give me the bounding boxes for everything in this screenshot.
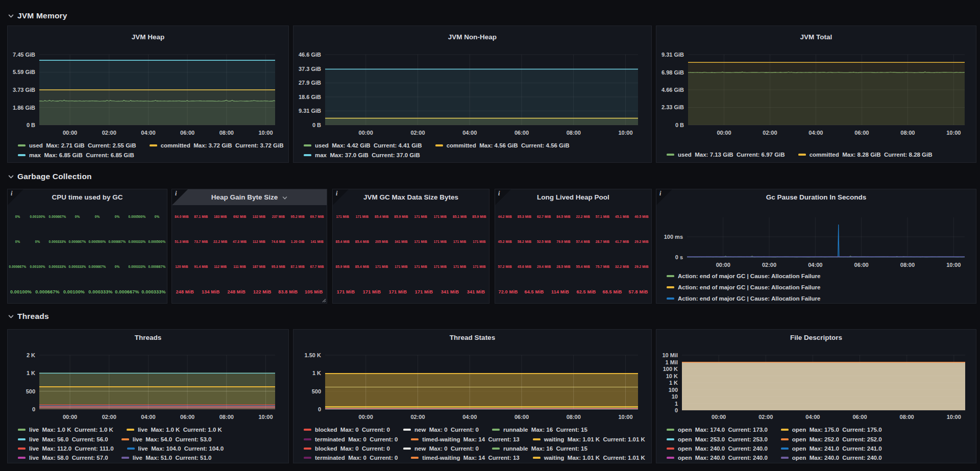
panel-title-file-descriptors[interactable]: File Descriptors: [656, 334, 976, 341]
legend-item-max[interactable]: max Max: 6.85 GiB Current: 6.85 GiB: [18, 152, 134, 158]
legend-series-swatch-icon[interactable]: [304, 154, 311, 156]
legend-series-swatch-icon[interactable]: [18, 154, 26, 156]
panel-title-cpu-gc[interactable]: CPU time used by GC: [8, 193, 167, 201]
legend-series-name[interactable]: max: [29, 152, 41, 158]
legend-item-live[interactable]: live Max: 51.0 Current: 51.0: [121, 455, 212, 461]
legend-item-action-end-of-major-gc-cause-allocation-failure[interactable]: Action: end of major GC | Cause: Allocat…: [667, 284, 820, 290]
legend-series-swatch-icon[interactable]: [667, 448, 674, 450]
legend-series-swatch-icon[interactable]: [304, 448, 311, 450]
legend-series-name[interactable]: terminated: [315, 436, 345, 442]
legend-series-swatch-icon[interactable]: [667, 438, 674, 440]
legend-series-name[interactable]: used: [315, 142, 329, 148]
legend-series-name[interactable]: live: [133, 455, 142, 461]
panel-title-gc-max[interactable]: JVM GC Max Data Size Bytes: [333, 193, 489, 201]
legend-series-name[interactable]: live: [29, 436, 39, 442]
legend-series-swatch-icon[interactable]: [667, 429, 674, 431]
legend-item-runnable[interactable]: runnable Max: 16 Current: 15: [492, 427, 587, 433]
legend-series-name[interactable]: open: [792, 427, 806, 433]
legend-series-name[interactable]: open: [678, 455, 692, 461]
legend-series-swatch-icon[interactable]: [304, 144, 311, 146]
legend-series-name[interactable]: live: [138, 427, 148, 433]
info-corner-icon[interactable]: i: [8, 189, 23, 205]
info-corner-icon[interactable]: i: [495, 189, 511, 205]
legend-item-open[interactable]: open Max: 175.0 Current: 175.0: [781, 427, 882, 433]
section-header-jvm-memory[interactable]: JVM Memory: [8, 11, 67, 20]
legend-series-swatch-icon[interactable]: [18, 438, 26, 440]
legend-series-name[interactable]: waiting: [544, 455, 565, 461]
legend-series-name[interactable]: new: [414, 427, 426, 433]
legend-item-new[interactable]: new Max: 0 Current: 0: [403, 445, 479, 452]
legend-series-swatch-icon[interactable]: [127, 429, 134, 431]
legend-item-open[interactable]: open Max: 174.0 Current: 173.0: [667, 427, 768, 433]
legend-item-max[interactable]: max Max: 37.0 GiB Current: 37.0 GiB: [304, 152, 420, 158]
legend-series-name[interactable]: committed: [810, 152, 839, 158]
legend-series-swatch-icon[interactable]: [781, 438, 789, 440]
legend-series-swatch-icon[interactable]: [304, 457, 311, 459]
legend-item-open[interactable]: open Max: 240.0 Current: 240.0: [667, 455, 768, 461]
section-header-threads[interactable]: Threads: [8, 312, 49, 321]
legend-item-action-end-of-major-gc-cause-allocation-failure[interactable]: Action: end of major GC | Cause: Allocat…: [667, 295, 820, 302]
legend-series-name[interactable]: used: [678, 152, 692, 158]
legend-item-new[interactable]: new Max: 0 Current: 0: [403, 427, 479, 433]
legend-series-swatch-icon[interactable]: [667, 457, 674, 459]
legend-series-name[interactable]: terminated: [315, 455, 345, 461]
panel-title-jvm-heap[interactable]: JVM Heap: [8, 33, 288, 41]
legend-series-swatch-icon[interactable]: [492, 429, 500, 431]
legend-item-waiting[interactable]: waiting Max: 1.01 K Current: 1.01 K: [533, 455, 645, 461]
legend-series-name[interactable]: live: [29, 427, 39, 433]
legend-series-swatch-icon[interactable]: [411, 438, 419, 440]
legend-series-swatch-icon[interactable]: [435, 144, 443, 146]
panel-title-long-lived[interactable]: Long Lived Heap Pool: [495, 193, 651, 201]
legend-item-live[interactable]: live Max: 1.0 K Current: 1.0 K: [18, 427, 113, 433]
legend-series-swatch-icon[interactable]: [18, 448, 26, 450]
legend-series-swatch-icon[interactable]: [403, 429, 411, 431]
legend-series-name[interactable]: live: [29, 445, 39, 452]
legend-series-swatch-icon[interactable]: [667, 154, 674, 156]
legend-series-swatch-icon[interactable]: [403, 448, 411, 450]
legend-series-name[interactable]: max: [315, 152, 327, 158]
legend-item-terminated[interactable]: terminated Max: 0 Current: 0: [304, 436, 398, 442]
legend-series-swatch-icon[interactable]: [18, 457, 26, 459]
legend-item-open[interactable]: open Max: 241.0 Current: 241.0: [781, 445, 882, 452]
legend-series-name[interactable]: live: [138, 445, 148, 452]
legend-series-swatch-icon[interactable]: [781, 429, 789, 431]
panel-header-heap-gain[interactable]: Heap Gain Byte Size: [172, 189, 327, 205]
legend-series-name[interactable]: open: [678, 445, 692, 452]
legend-series-name[interactable]: waiting: [544, 436, 565, 442]
legend-item-committed[interactable]: committed Max: 8.28 GiB Current: 8.28 Gi…: [798, 152, 933, 158]
legend-item-runnable[interactable]: runnable Max: 16 Current: 15: [492, 445, 587, 452]
legend-item-live[interactable]: live Max: 112.0 Current: 111.0: [18, 445, 114, 452]
info-corner-icon[interactable]: i: [333, 189, 349, 205]
legend-series-name[interactable]: committed: [447, 142, 476, 148]
legend-item-live[interactable]: live Max: 58.0 Current: 57.0: [18, 455, 108, 461]
panel-title-gc-pause[interactable]: Gc Pause Duration In Seconds: [656, 193, 976, 201]
legend-series-swatch-icon[interactable]: [667, 298, 674, 300]
legend-series-swatch-icon[interactable]: [798, 154, 806, 156]
legend-series-name[interactable]: open: [678, 436, 692, 442]
legend-item-used[interactable]: used Max: 7.13 GiB Current: 6.97 GiB: [667, 152, 785, 158]
legend-item-live[interactable]: live Max: 104.0 Current: 104.0: [127, 445, 224, 452]
panel-title-jvm-nonheap[interactable]: JVM Non-Heap: [293, 33, 651, 41]
legend-series-name[interactable]: used: [29, 142, 43, 148]
legend-item-open[interactable]: open Max: 253.0 Current: 253.0: [667, 436, 768, 442]
panel-title-heap-gain[interactable]: Heap Gain Byte Size: [211, 193, 278, 201]
legend-series-name[interactable]: new: [414, 445, 426, 452]
legend-item-action-end-of-major-gc-cause-allocation-failure[interactable]: Action: end of major GC | Cause: Allocat…: [667, 273, 820, 279]
legend-item-waiting[interactable]: waiting Max: 1.01 K Current: 1.01 K: [533, 436, 645, 442]
legend-item-committed[interactable]: committed Max: 4.56 GiB Current: 4.56 Gi…: [435, 142, 570, 148]
legend-series-swatch-icon[interactable]: [533, 457, 541, 459]
legend-series-name[interactable]: Action: end of major GC | Cause: Allocat…: [678, 284, 820, 290]
legend-item-blocked[interactable]: blocked Max: 0 Current: 0: [304, 445, 390, 452]
legend-series-name[interactable]: blocked: [315, 445, 337, 452]
legend-series-name[interactable]: live: [133, 436, 142, 442]
legend-series-name[interactable]: open: [792, 445, 806, 452]
legend-series-swatch-icon[interactable]: [304, 429, 311, 431]
panel-title-threads[interactable]: Threads: [8, 334, 288, 341]
legend-item-blocked[interactable]: blocked Max: 0 Current: 0: [304, 427, 390, 433]
legend-series-swatch-icon[interactable]: [533, 438, 541, 440]
legend-series-name[interactable]: committed: [161, 142, 190, 148]
legend-series-name[interactable]: open: [678, 427, 692, 433]
legend-item-live[interactable]: live Max: 54.0 Current: 53.0: [121, 436, 212, 442]
legend-series-name[interactable]: runnable: [503, 427, 528, 433]
info-corner-icon[interactable]: i: [172, 189, 188, 205]
